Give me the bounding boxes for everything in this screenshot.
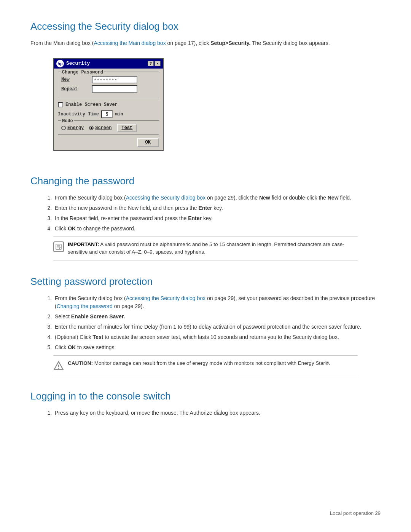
caution-label: CAUTION: <box>68 360 93 366</box>
dialog-body: Change Password New ******** Repeat Enab… <box>54 69 163 150</box>
enter-bold-2: Enter <box>188 215 202 221</box>
link-changing-password[interactable]: Changing the password <box>57 303 113 309</box>
section3-title: Setting password protection <box>30 274 381 289</box>
ok-row: OK <box>58 138 159 147</box>
list-item-1: From the Security dialog box (Accessing … <box>53 194 381 202</box>
list-item-4: Click OK to change the password. <box>53 225 381 233</box>
ok-bold-1: OK <box>68 225 76 232</box>
inactivity-input[interactable]: 5 <box>101 110 113 118</box>
enable-screen-saver-bold: Enable Screen Saver. <box>71 313 125 320</box>
dialog-titlebar: hp Security ? ✕ <box>54 59 163 69</box>
note-body: A valid password must be alphanumeric an… <box>68 241 344 255</box>
repeat-password-input[interactable] <box>92 85 137 93</box>
section2-title: Changing the password <box>30 174 381 189</box>
list-item-2: Enter the new password in the New field,… <box>53 204 381 212</box>
energy-radio-item: Energy <box>61 125 84 131</box>
caution-box: CAUTION: Monitor damage can result from … <box>53 355 358 375</box>
setting-item-4: (Optional) Click Test to activate the sc… <box>53 333 381 341</box>
link-page-3a: 29 <box>228 295 234 301</box>
section1-title: Accessing the Security dialog box <box>30 19 381 34</box>
logging-in-list: Press any key on the keyboard, or move t… <box>53 409 381 417</box>
mode-group: Mode Energy Screen Test <box>58 120 159 135</box>
setting-item-5: Click OK to save settings. <box>53 343 381 351</box>
caution-body: Monitor damage can result from the use o… <box>93 360 330 366</box>
mode-label: Mode <box>61 118 74 125</box>
section1-body: From the Main dialog box (Accessing the … <box>30 39 381 47</box>
link-page-1: 29 <box>228 195 234 201</box>
note-icon <box>53 241 64 252</box>
dialog-title: Security <box>66 60 90 67</box>
screen-saver-checkbox[interactable] <box>58 102 63 107</box>
new-password-row: New ******** <box>61 76 156 83</box>
section-changing-password: Changing the password From the Security … <box>30 174 381 260</box>
page-footer: Local port operation 29 <box>330 510 381 517</box>
test-bold: Test <box>93 334 104 340</box>
setting-protection-list: From the Security dialog box (Accessing … <box>53 294 381 351</box>
change-password-group: Change Password New ******** Repeat <box>58 72 159 98</box>
note-text-content: IMPORTANT: A valid password must be alph… <box>68 241 358 256</box>
screen-radio[interactable] <box>89 126 94 130</box>
new-bold-1: New <box>259 195 270 201</box>
new-bold-2: New <box>328 195 339 201</box>
dialog-help-button[interactable]: ? <box>148 61 154 66</box>
dialog-titlebar-left: hp Security <box>56 60 90 67</box>
mode-radio-row: Energy Screen Test <box>61 122 156 132</box>
setting-item-1: From the Security dialog box (Accessing … <box>53 294 381 310</box>
new-password-input[interactable]: ******** <box>92 76 137 83</box>
section-logging-in: Logging in to the console switch Press a… <box>30 389 381 417</box>
ok-btn-label: OK <box>145 140 151 145</box>
note-svg-icon <box>55 243 62 251</box>
list-item-3: In the Repeat field, re-enter the passwo… <box>53 214 381 222</box>
screen-radio-item: Screen <box>89 125 112 131</box>
inactivity-row: Inactivity Time 5 min <box>58 110 159 118</box>
logging-item-1: Press any key on the keyboard, or move t… <box>53 409 381 417</box>
test-button[interactable]: Test <box>117 124 137 132</box>
link-main-dialog[interactable]: Accessing the Main dialog box <box>94 40 166 46</box>
screen-label: Screen <box>95 125 112 131</box>
test-btn-label: Test <box>121 125 132 131</box>
repeat-password-row: Repeat <box>61 85 156 93</box>
dialog-close-button[interactable]: ✕ <box>155 61 161 66</box>
section-setting-password-protection: Setting password protection From the Sec… <box>30 274 381 375</box>
enter-bold-1: Enter <box>198 205 212 211</box>
svg-point-6 <box>58 367 59 368</box>
change-password-label: Change Password <box>61 69 104 76</box>
inactivity-unit: min <box>115 111 123 118</box>
caution-icon <box>53 360 64 371</box>
setup-security-text: Setup>Security. <box>210 40 250 46</box>
new-label: New <box>61 76 92 83</box>
setting-item-3: Enter the number of minutes for Time Del… <box>53 323 381 331</box>
link-page-3b: 29 <box>135 303 141 309</box>
energy-label: Energy <box>67 125 84 131</box>
screen-saver-row: Enable Screen Saver <box>58 101 159 108</box>
security-dialog-box: hp Security ? ✕ Change Password New ****… <box>53 58 164 151</box>
setting-item-2: Select Enable Screen Saver. <box>53 313 381 321</box>
caution-text-content: CAUTION: Monitor damage can result from … <box>68 359 330 367</box>
section4-title: Logging in to the console switch <box>30 389 381 404</box>
important-label: IMPORTANT: <box>68 241 99 247</box>
ok-button[interactable]: OK <box>137 138 159 147</box>
important-note-box: IMPORTANT: A valid password must be alph… <box>53 236 358 260</box>
changing-password-list: From the Security dialog box (Accessing … <box>53 194 381 233</box>
energy-radio[interactable] <box>61 126 66 130</box>
security-dialog-container: hp Security ? ✕ Change Password New ****… <box>53 58 164 151</box>
ok-bold-2: OK <box>68 344 76 350</box>
hp-logo: hp <box>56 60 64 67</box>
screen-saver-label: Enable Screen Saver <box>65 101 118 108</box>
section-accessing-security: Accessing the Security dialog box From t… <box>30 19 381 160</box>
link1-page: 17 <box>188 40 194 46</box>
repeat-label: Repeat <box>61 86 92 93</box>
caution-svg-icon <box>53 360 64 371</box>
link-accessing-security-2[interactable]: Accessing the Security dialog box <box>126 295 206 301</box>
dialog-titlebar-buttons: ? ✕ <box>148 61 161 66</box>
link-accessing-security-1[interactable]: Accessing the Security dialog box <box>126 195 206 201</box>
inactivity-label: Inactivity Time <box>58 111 99 118</box>
